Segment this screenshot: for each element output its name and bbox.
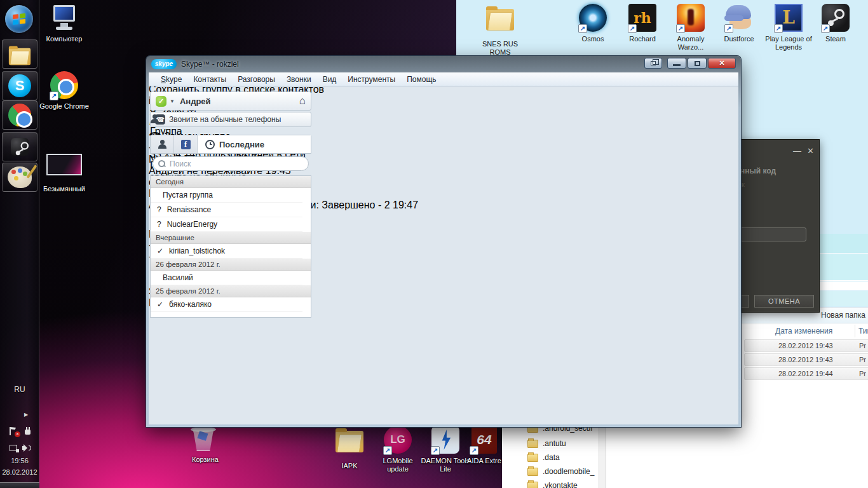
cancel-button[interactable]: ОТМЕНА	[754, 295, 814, 308]
skype-logo-icon: skype	[151, 59, 177, 69]
folder-icon	[527, 482, 538, 488]
call-phones-bar[interactable]: ☎ Звоните на обычные телефоны	[150, 112, 311, 127]
folder-snes-rus-roms[interactable]: SNES RUS ROMS	[475, 4, 525, 57]
list-item[interactable]: ✓бяко-каляко	[151, 297, 302, 312]
maximize-button[interactable]	[688, 58, 707, 69]
desktop-icon-chrome[interactable]: ↗ Google Chrome	[39, 71, 89, 111]
taskbar-item-chrome[interactable]	[2, 100, 37, 130]
chrome-icon	[8, 104, 31, 126]
unknown-status-icon: ?	[157, 205, 161, 214]
menu-contacts[interactable]: Контакты	[187, 73, 232, 86]
desktop-icon-daemon-tools[interactable]: ↗ DAEMON Tools Lite	[421, 426, 470, 473]
shortcut-arrow-icon: ↗	[676, 24, 685, 33]
desktop-icon-aida64[interactable]: 64↗ AIDA Extre	[464, 426, 505, 465]
facebook-icon: f	[181, 140, 191, 149]
menu-bar: Skype Контакты Разговоры Звонки Вид Инст…	[149, 72, 738, 86]
code-input[interactable]	[740, 227, 806, 241]
file-row[interactable]: 28.02.2012 19:44Pr	[744, 367, 868, 380]
shortcut-anomaly[interactable]: ↗ Anomaly Warzo...	[666, 4, 715, 51]
shortcut-arrow-icon: ↗	[383, 446, 392, 455]
contact-tabs: f Последние	[150, 135, 311, 154]
folder-row[interactable]: .doodlemobile_	[527, 465, 594, 478]
shortcut-arrow-icon: ↗	[774, 24, 783, 33]
user-status-bar[interactable]: ✓ ▼ Андрей ⌂	[150, 92, 311, 111]
list-header: Сегодня	[151, 176, 311, 188]
taskbar-item-steam[interactable]	[2, 132, 37, 161]
home-icon[interactable]: ⌂	[299, 95, 306, 107]
folder-row[interactable]: .vkontakte	[527, 479, 578, 488]
shortcut-osmos[interactable]: ↗ Osmos	[568, 4, 618, 43]
dialog-close-button[interactable]: ✕	[807, 146, 814, 156]
clock-date[interactable]: 28.02.2012	[0, 468, 39, 476]
shortcut-arrow-icon: ↗	[50, 92, 58, 100]
clock-time[interactable]: 19:56	[0, 457, 39, 464]
shortcut-dustforce[interactable]: ↗ Dustforce	[714, 4, 764, 43]
tray-expand-icon[interactable]: ▶	[24, 412, 28, 417]
desktop-icon-iapk[interactable]: IAPK	[325, 426, 374, 470]
online-status-icon: ✓	[157, 247, 163, 255]
desktop-icon-recycle-bin[interactable]: Корзина	[180, 424, 230, 464]
minimize-button[interactable]	[667, 58, 686, 69]
list-item[interactable]: ?NuclearEnergy	[151, 217, 302, 232]
network-icon[interactable]	[9, 444, 19, 452]
dialog-minimize-button[interactable]: —	[793, 146, 801, 156]
tab-facebook[interactable]: f	[174, 135, 198, 153]
folder-icon	[527, 440, 538, 448]
desktop-icon-untitled[interactable]: Безымянный	[39, 151, 89, 193]
close-button[interactable]: ✕	[708, 58, 736, 69]
shortcut-arrow-icon: ↗	[431, 446, 440, 455]
menu-skype[interactable]: Skype	[155, 73, 187, 86]
tab-recent[interactable]: Последние	[198, 135, 311, 153]
taskbar-item-paint[interactable]	[2, 163, 37, 192]
chevron-down-icon: ▼	[170, 98, 175, 104]
menu-view[interactable]: Вид	[317, 73, 342, 86]
shortcut-arrow-icon: ↗	[724, 24, 733, 33]
list-header: 26 февраля 2012 г.	[151, 259, 311, 271]
compact-view-button[interactable]	[644, 58, 662, 69]
action-center-icon[interactable]	[9, 427, 19, 436]
list-item-selected[interactable]: Пустая группа	[151, 188, 302, 203]
menu-conversations[interactable]: Разговоры	[232, 73, 281, 86]
tab-contacts[interactable]	[151, 135, 174, 153]
column-header-type[interactable]: Тип	[855, 325, 868, 337]
image-thumbnail	[46, 154, 82, 175]
volume-icon[interactable]	[22, 444, 32, 452]
language-indicator[interactable]: RU	[0, 385, 39, 394]
search-icon	[158, 160, 166, 168]
taskbar-item-skype[interactable]: S	[2, 71, 37, 100]
shortcut-arrow-icon: ↗	[821, 24, 830, 33]
list-item[interactable]: ?Renaissance	[151, 203, 302, 217]
list-item[interactable]: Василий	[151, 271, 302, 285]
list-item[interactable]: ✓kiriian_tolstichok	[151, 244, 302, 259]
recent-list: Сегодня Пустая группа ?Renaissance ?Nucl…	[150, 175, 311, 318]
menu-tools[interactable]: Инструменты	[342, 73, 401, 86]
shortcut-steam[interactable]: ↗ Steam	[811, 4, 860, 43]
search-input[interactable]	[170, 159, 290, 168]
folder-icon	[527, 454, 538, 462]
online-status-icon[interactable]: ✓	[156, 96, 166, 107]
unknown-status-icon: ?	[157, 220, 161, 229]
tab-recent-label: Последние	[219, 140, 264, 149]
desktop-icon-lgmobile[interactable]: LG↗ LGMobile update	[373, 426, 423, 473]
folder-row[interactable]: .antutu	[527, 437, 566, 450]
file-row[interactable]: 28.02.2012 19:43Pr	[744, 353, 868, 366]
shortcut-league-of-legends[interactable]: L↗ Play League of Legends	[764, 4, 813, 51]
explorer-icon	[9, 48, 31, 65]
folder-icon	[336, 431, 363, 452]
desktop-icon-computer[interactable]: Компьютер	[39, 4, 89, 43]
taskbar: S RU ▶ 19:56 28.02.2012	[0, 0, 39, 488]
title-bar[interactable]: skype Skype™ - rokziel ✕	[146, 56, 741, 72]
start-button[interactable]	[5, 5, 33, 33]
taskbar-item-explorer[interactable]	[2, 39, 37, 69]
search-box[interactable]	[153, 156, 309, 171]
column-header-date[interactable]: Дата изменения	[775, 325, 832, 337]
menu-calls[interactable]: Звонки	[281, 73, 317, 86]
folder-icon	[527, 468, 538, 476]
menu-help[interactable]: Помощь	[401, 73, 442, 86]
shortcut-rochard[interactable]: rh↗ Rochard	[618, 4, 667, 43]
shortcut-arrow-icon: ↗	[628, 24, 637, 33]
folder-row[interactable]: .data	[527, 451, 560, 464]
power-icon[interactable]	[23, 427, 33, 436]
file-row[interactable]: 28.02.2012 19:43Pr	[744, 339, 868, 352]
show-desktop-button[interactable]	[0, 482, 39, 488]
